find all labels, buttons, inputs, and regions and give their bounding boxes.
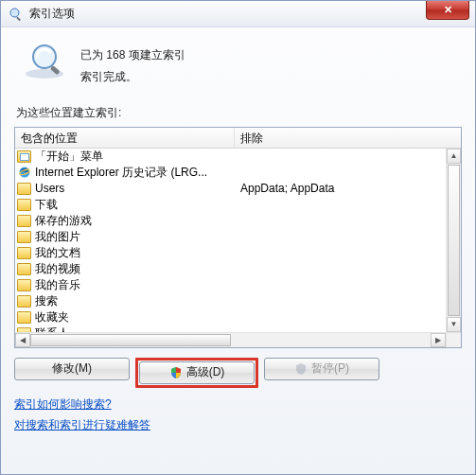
advanced-highlight: 高级(D) [135,358,258,388]
search-large-icon [24,41,67,80]
locations-listbox[interactable]: 包含的位置 排除 「开始」菜单Internet Explorer 历史记录 (L… [14,127,462,348]
folder-icon [17,295,31,308]
indexing-options-dialog: 索引选项 ✕ 已为 168 项建立索引 索引完成。 为这些位置建立索引: [0,0,476,475]
list-item[interactable]: UsersAppData; AppData [15,181,446,197]
scroll-down-icon[interactable]: ▼ [447,317,461,332]
list-item[interactable]: 我的视频 [15,261,446,277]
list-item-name-cell: 我的音乐 [15,277,235,293]
summary: 已为 168 项建立索引 索引完成。 [14,37,462,101]
help-links: 索引如何影响搜索? 对搜索和索引进行疑难解答 [14,394,462,437]
list-item-name-cell: 搜索 [15,293,235,309]
vscroll-thumb[interactable] [448,165,460,316]
list-item[interactable]: Internet Explorer 历史记录 (LRG... [15,165,446,181]
window-title: 索引选项 [29,6,75,22]
list-item[interactable]: 搜索 [15,293,446,309]
scroll-up-icon[interactable]: ▲ [447,149,461,164]
vertical-scrollbar[interactable]: ▲ ▼ [446,149,461,332]
locations-label: 为这些位置建立索引: [16,105,462,121]
svg-point-0 [10,9,19,17]
list-item-name-cell: 收藏夹 [15,309,235,325]
list-item[interactable]: 联系人 [15,325,446,332]
button-row: 修改(M) 高级(D) 暂停(P) [14,358,462,388]
hscroll-thumb[interactable] [30,334,231,346]
titlebar[interactable]: 索引选项 ✕ [1,1,475,27]
shield-icon [294,362,308,376]
folder-icon [17,311,31,324]
scroll-corner [446,332,461,347]
list-item[interactable]: 我的音乐 [15,277,446,293]
list-item-name-cell: 保存的游戏 [15,213,235,229]
modify-button[interactable]: 修改(M) [14,358,130,380]
pause-button-label: 暂停(P) [311,361,349,377]
list-header-row: 包含的位置 排除 [15,128,461,149]
list-item-name-cell: Internet Explorer 历史记录 (LRG... [15,165,235,181]
shield-icon [169,366,183,379]
scroll-right-icon[interactable]: ▶ [431,333,446,347]
summary-text: 已为 168 项建立索引 索引完成。 [80,41,185,88]
link-how-indexing-affects-search[interactable]: 索引如何影响搜索? [14,394,112,415]
modify-button-label: 修改(M) [52,361,92,377]
list-item-name-cell: 联系人 [15,325,235,332]
magnifier-icon [9,7,24,22]
folder-icon [17,263,31,275]
indexing-status-text: 索引完成。 [80,66,185,88]
list-item-name-cell: 我的视频 [15,261,235,277]
dialog-content: 已为 168 项建立索引 索引完成。 为这些位置建立索引: 包含的位置 排除 「… [1,27,475,444]
folder-icon [17,150,31,163]
indexed-count-text: 已为 168 项建立索引 [80,44,185,66]
list-item-name-cell: 我的图片 [15,229,235,245]
list-item-label: 收藏夹 [35,309,69,325]
list-item-label: 搜索 [35,293,58,309]
ie-icon [17,166,31,180]
horizontal-scrollbar[interactable]: ◀ ▶ [15,332,446,347]
advanced-button-label: 高级(D) [186,364,225,380]
header-included[interactable]: 包含的位置 [15,128,235,148]
list-item-exclude-cell: AppData; AppData [235,182,446,195]
list-item-label: 我的图片 [35,229,80,245]
list-item-label: 下载 [35,197,58,213]
list-item-name-cell: Users [15,182,235,195]
list-item-label: 我的文档 [35,245,80,261]
folder-icon [17,231,31,243]
hscroll-track[interactable] [30,333,431,347]
folder-icon [17,247,31,259]
list-item[interactable]: 「开始」菜单 [15,149,446,165]
header-exclude[interactable]: 排除 [235,128,461,148]
list-item[interactable]: 我的图片 [15,229,446,245]
list-item[interactable]: 收藏夹 [15,309,446,325]
folder-icon [17,215,31,227]
list-body: 「开始」菜单Internet Explorer 历史记录 (LRG...User… [15,149,446,332]
list-item[interactable]: 保存的游戏 [15,213,446,229]
folder-icon [17,199,31,211]
list-item-label: 保存的游戏 [35,213,92,229]
link-troubleshoot-search[interactable]: 对搜索和索引进行疑难解答 [14,414,150,436]
list-item-name-cell: 我的文档 [15,245,235,261]
folder-icon [17,183,31,195]
close-button[interactable]: ✕ [426,1,469,20]
folder-icon [17,279,31,291]
close-icon: ✕ [444,4,452,16]
advanced-button[interactable]: 高级(D) [139,361,255,384]
list-item-label: 「开始」菜单 [35,149,103,165]
scroll-left-icon[interactable]: ◀ [15,333,30,347]
list-item[interactable]: 我的文档 [15,245,446,261]
list-item-label: 我的音乐 [35,277,80,293]
list-item-label: Internet Explorer 历史记录 (LRG... [35,165,207,181]
list-item-name-cell: 下载 [15,197,235,213]
list-item-label: Users [35,182,64,195]
list-item-name-cell: 「开始」菜单 [15,149,235,165]
list-item-label: 我的视频 [35,261,80,277]
list-item-label: 联系人 [35,325,69,332]
pause-button: 暂停(P) [264,358,379,380]
svg-rect-1 [16,16,21,21]
list-item[interactable]: 下载 [15,197,446,213]
